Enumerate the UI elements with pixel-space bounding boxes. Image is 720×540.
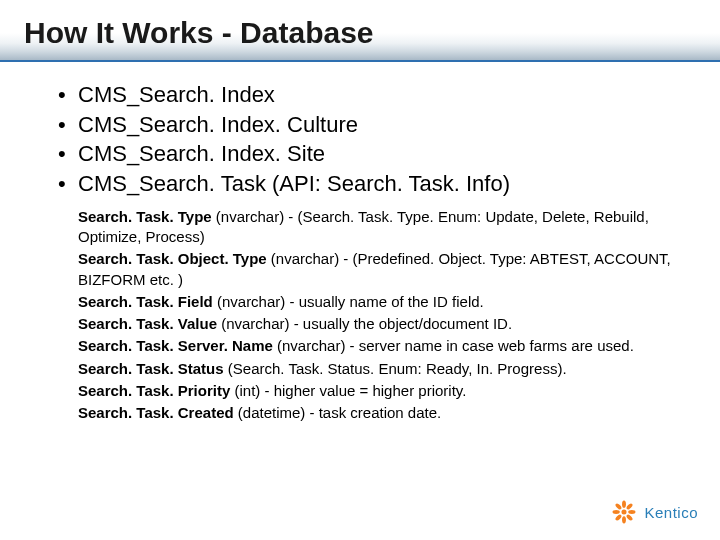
detail-line: Search. Task. Status (Search. Task. Stat…	[78, 359, 680, 379]
detail-line: Search. Task. Priority (int) - higher va…	[78, 381, 680, 401]
list-item: CMS_Search. Index. Site	[58, 139, 680, 169]
bullet-list: CMS_Search. Index CMS_Search. Index. Cul…	[40, 80, 680, 199]
svg-point-0	[622, 509, 627, 514]
brand-logo: Kentico	[610, 498, 698, 526]
kentico-mark-icon	[610, 498, 638, 526]
svg-point-5	[622, 516, 626, 523]
detail-line: Search. Task. Type (nvarchar) - (Search.…	[78, 207, 680, 248]
list-item: CMS_Search. Index. Culture	[58, 110, 680, 140]
svg-point-7	[613, 510, 620, 514]
list-item: CMS_Search. Task (API: Search. Task. Inf…	[58, 169, 680, 199]
slide-title: How It Works - Database	[24, 16, 720, 50]
svg-point-1	[622, 501, 626, 508]
slide: How It Works - Database CMS_Search. Inde…	[0, 0, 720, 540]
title-band: How It Works - Database	[0, 0, 720, 62]
detail-line: Search. Task. Value (nvarchar) - usually…	[78, 314, 680, 334]
svg-point-2	[626, 502, 634, 510]
detail-line: Search. Task. Field (nvarchar) - usually…	[78, 292, 680, 312]
svg-point-3	[629, 510, 636, 514]
detail-line: Search. Task. Server. Name (nvarchar) - …	[78, 336, 680, 356]
detail-line: Search. Task. Created (datetime) - task …	[78, 403, 680, 423]
brand-name: Kentico	[644, 504, 698, 521]
svg-point-6	[615, 514, 623, 522]
details-block: Search. Task. Type (nvarchar) - (Search.…	[78, 207, 680, 424]
svg-point-8	[615, 502, 623, 510]
detail-line: Search. Task. Object. Type (nvarchar) - …	[78, 249, 680, 290]
svg-point-4	[626, 514, 634, 522]
list-item: CMS_Search. Index	[58, 80, 680, 110]
slide-content: CMS_Search. Index CMS_Search. Index. Cul…	[0, 62, 720, 423]
